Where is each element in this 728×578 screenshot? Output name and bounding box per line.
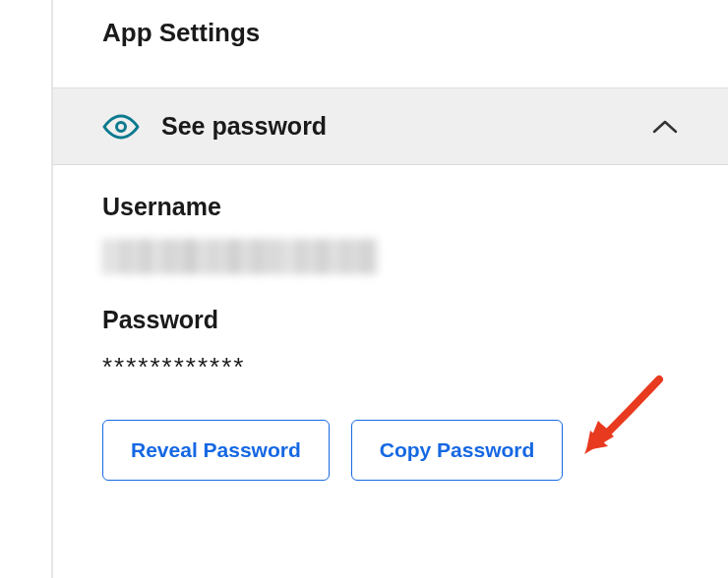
settings-header: App Settings [53, 0, 728, 87]
svg-point-0 [117, 122, 126, 131]
username-value-blurred [102, 239, 378, 274]
accordion-title: See password [161, 112, 327, 141]
button-row: Reveal Password Copy Password [102, 420, 679, 481]
copy-password-button[interactable]: Copy Password [351, 420, 564, 481]
chevron-up-icon [651, 119, 679, 135]
page-title: App Settings [102, 18, 679, 48]
password-value-masked: ************ [102, 352, 679, 382]
sidebar-divider [51, 0, 53, 578]
accordion-left: See password [102, 112, 327, 141]
main-content: App Settings See password Username Passw… [53, 0, 728, 508]
accordion-panel: Username Password ************ Reveal Pa… [53, 165, 728, 508]
eye-icon [102, 115, 140, 139]
see-password-accordion-header[interactable]: See password [53, 87, 728, 165]
username-label: Username [102, 193, 679, 221]
password-label: Password [102, 306, 679, 334]
reveal-password-button[interactable]: Reveal Password [102, 420, 330, 481]
